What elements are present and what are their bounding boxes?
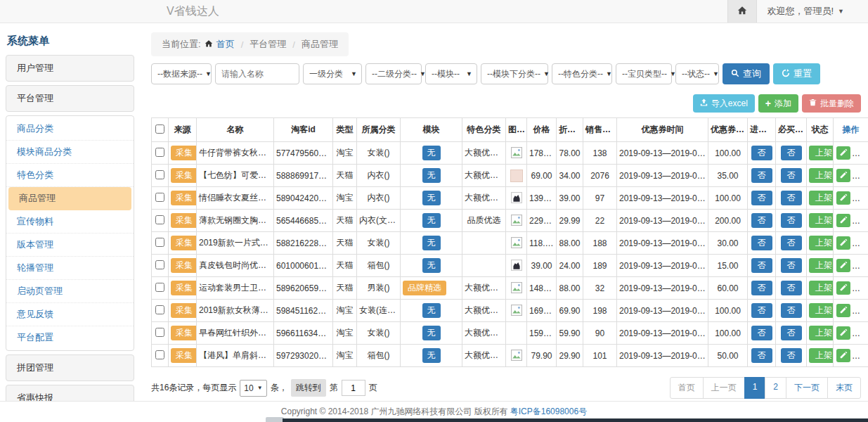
must-buy-toggle[interactable]: 否 xyxy=(781,146,802,160)
row-checkbox[interactable] xyxy=(155,238,164,247)
sidebar-item[interactable]: 特色分类 xyxy=(6,164,134,187)
cell-operations xyxy=(834,277,868,300)
sidebar-section[interactable]: 用户管理 xyxy=(6,55,134,82)
sidebar-section[interactable]: 省惠快报 xyxy=(6,385,134,401)
import-select-toggle[interactable]: 否 xyxy=(751,281,772,295)
breadcrumb-home-link[interactable]: 首页 xyxy=(216,38,235,51)
row-checkbox[interactable] xyxy=(155,193,164,202)
sidebar-item[interactable]: 模块商品分类 xyxy=(6,141,134,164)
sidebar-item[interactable]: 商品分类 xyxy=(6,117,134,141)
edit-button[interactable] xyxy=(836,304,850,317)
import-excel-button[interactable]: 导入excel xyxy=(693,94,755,113)
filter-select[interactable]: --特色分类--▼ xyxy=(552,63,612,84)
cell-coupon-time: 2019-09-13—2019-09-18 xyxy=(617,345,708,367)
pager-prev[interactable]: 上一页 xyxy=(703,377,745,399)
status-button[interactable]: 上架 xyxy=(809,168,834,183)
pager-page-2[interactable]: 2 xyxy=(765,377,786,399)
sidebar-item[interactable]: 宣传物料 xyxy=(6,210,134,234)
must-buy-toggle[interactable]: 否 xyxy=(781,213,802,228)
must-buy-toggle[interactable]: 否 xyxy=(781,258,802,273)
sidebar-section[interactable]: 拼团管理 xyxy=(6,354,134,381)
edit-button[interactable] xyxy=(836,236,850,250)
sidebar-item[interactable]: 轮播管理 xyxy=(6,257,134,280)
batch-delete-button[interactable]: 批量删除 xyxy=(802,94,861,113)
status-button[interactable]: 上架 xyxy=(809,146,834,160)
edit-button[interactable] xyxy=(836,214,850,227)
sidebar-item[interactable]: 版本管理 xyxy=(6,234,134,257)
pager-next[interactable]: 下一页 xyxy=(786,377,828,399)
must-buy-toggle[interactable]: 否 xyxy=(781,281,802,295)
cell-operations xyxy=(834,142,868,165)
select-all-checkbox[interactable] xyxy=(155,124,164,134)
import-select-toggle[interactable]: 否 xyxy=(751,191,772,205)
edit-button[interactable] xyxy=(836,281,850,295)
search-button[interactable]: 查询 xyxy=(723,63,770,84)
name-search-input[interactable] xyxy=(215,63,299,84)
must-buy-toggle[interactable]: 否 xyxy=(781,348,802,363)
row-checkbox[interactable] xyxy=(155,215,164,224)
status-button[interactable]: 上架 xyxy=(809,213,834,228)
status-button[interactable]: 上架 xyxy=(809,281,834,295)
import-select-toggle[interactable]: 否 xyxy=(751,213,772,228)
status-button-cell: 上架 xyxy=(807,165,834,187)
must-buy-toggle[interactable]: 否 xyxy=(781,236,802,250)
pager-first[interactable]: 首页 xyxy=(670,377,704,399)
home-button[interactable] xyxy=(727,0,757,23)
jump-page-input[interactable] xyxy=(342,380,365,396)
edit-button[interactable] xyxy=(836,259,850,272)
status-button[interactable]: 上架 xyxy=(809,236,834,250)
add-button[interactable]: + 添加 xyxy=(758,94,798,113)
user-menu[interactable]: 欢迎您，管理员! ▼ xyxy=(757,5,868,18)
row-checkbox[interactable] xyxy=(155,148,164,157)
edit-button[interactable] xyxy=(836,349,850,362)
per-page-select[interactable]: 10▼ xyxy=(240,380,266,397)
status-button[interactable]: 上架 xyxy=(809,326,834,340)
jump-button[interactable]: 跳转到 xyxy=(291,379,326,397)
filter-select[interactable]: --二级分类--▼ xyxy=(365,63,422,84)
import-select-toggle[interactable]: 否 xyxy=(751,168,772,183)
import-select-toggle[interactable]: 否 xyxy=(751,146,772,160)
import-select-toggle[interactable]: 否 xyxy=(751,303,772,318)
table-row: 采集运动套装男士卫衣初秋...589620659791天猫男装()品牌精选爱上运… xyxy=(152,277,868,300)
sidebar-section[interactable]: 平台管理 xyxy=(6,85,134,112)
select-value: --宝贝类型-- xyxy=(622,68,667,80)
status-button[interactable]: 上架 xyxy=(809,191,834,205)
must-buy-toggle[interactable]: 否 xyxy=(781,168,802,183)
filter-select-data-source[interactable]: --数据来源--▼ xyxy=(151,63,212,84)
filter-select[interactable]: --宝贝类型--▼ xyxy=(616,63,672,84)
sidebar-item[interactable]: 商品管理 xyxy=(8,187,131,210)
cell-discount-price: 39.00 xyxy=(557,187,583,210)
row-checkbox[interactable] xyxy=(155,328,164,337)
row-checkbox[interactable] xyxy=(155,305,164,314)
edit-button[interactable] xyxy=(836,169,850,182)
icp-link[interactable]: 粤ICP备16098006号 xyxy=(510,406,587,418)
pager-last[interactable]: 末页 xyxy=(827,377,861,399)
pager-page-1[interactable]: 1 xyxy=(744,377,766,399)
import-select-toggle[interactable]: 否 xyxy=(751,326,772,340)
filter-select[interactable]: 一级分类▼ xyxy=(303,63,362,84)
sidebar-item[interactable]: 启动页管理 xyxy=(6,280,134,303)
row-checkbox[interactable] xyxy=(155,260,164,269)
filter-select[interactable]: --状态--▼ xyxy=(675,63,719,84)
import-select-toggle[interactable]: 否 xyxy=(751,348,772,363)
row-checkbox[interactable] xyxy=(155,170,164,179)
import-select-toggle[interactable]: 否 xyxy=(751,236,772,250)
status-button[interactable]: 上架 xyxy=(809,348,834,363)
filter-select[interactable]: --模块下分类--▼ xyxy=(481,63,548,84)
row-checkbox[interactable] xyxy=(155,350,164,359)
filter-select[interactable]: --模块--▼ xyxy=(425,63,477,84)
must-buy-toggle[interactable]: 否 xyxy=(781,191,802,205)
import-select-toggle[interactable]: 否 xyxy=(751,258,772,273)
edit-button[interactable] xyxy=(836,191,850,205)
sidebar-item[interactable]: 平台配置 xyxy=(6,326,134,349)
reset-button[interactable]: 重置 xyxy=(773,63,820,84)
status-button[interactable]: 上架 xyxy=(809,303,834,318)
must-buy-toggle[interactable]: 否 xyxy=(781,326,802,340)
edit-button[interactable] xyxy=(836,146,850,160)
must-buy-toggle-cell: 否 xyxy=(776,210,807,232)
edit-button[interactable] xyxy=(836,326,850,340)
row-checkbox[interactable] xyxy=(155,283,164,292)
sidebar-item[interactable]: 意见反馈 xyxy=(6,303,134,326)
status-button[interactable]: 上架 xyxy=(809,258,834,273)
must-buy-toggle[interactable]: 否 xyxy=(781,303,802,318)
